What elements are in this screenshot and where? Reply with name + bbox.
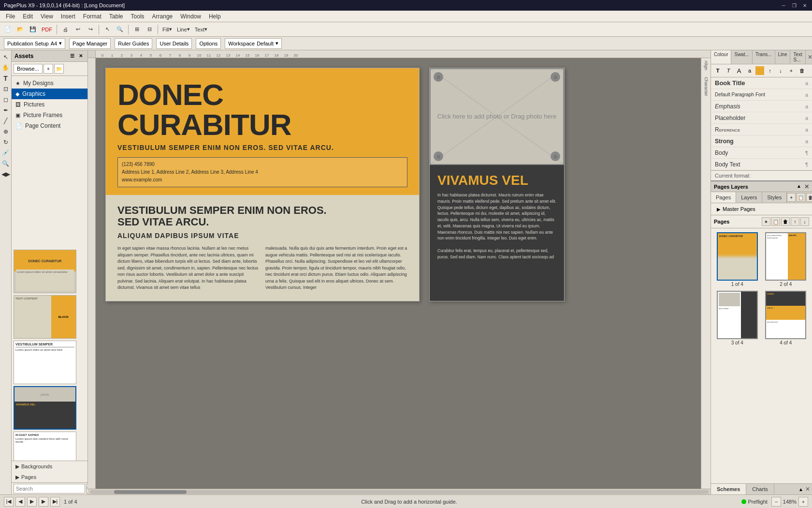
nav-picture-frames[interactable]: ▣ Picture Frames <box>12 110 87 120</box>
text-btn[interactable]: Text ▾ <box>193 24 209 35</box>
tab-charts[interactable]: Charts <box>746 484 774 494</box>
pages-add-btn[interactable]: + <box>762 217 770 226</box>
page-canvas[interactable]: DONEC CURABITUR VESTIBULUM SEMPER ENIM N… <box>96 58 710 494</box>
ts-book-title[interactable]: Book Title a <box>711 77 812 89</box>
ts-btn-new[interactable]: + <box>786 66 796 75</box>
last-page-btn[interactable]: ▶| <box>50 497 60 507</box>
eyedropper-tool[interactable]: 💉 <box>1 148 11 158</box>
menu-arrange[interactable]: Arrange <box>148 12 177 21</box>
ruler-guides-btn[interactable]: Ruler Guides <box>115 38 152 49</box>
pl-tab-pages[interactable]: Pages <box>711 192 736 203</box>
pointer-btn[interactable]: ↖ <box>102 24 113 35</box>
thumb-2[interactable]: TEXT CONTENT BLOCK <box>14 295 76 339</box>
pan-tool[interactable]: ✋ <box>1 63 11 73</box>
pages-copy-btn[interactable]: 📋 <box>771 217 780 226</box>
thumb-1[interactable]: DONEC CURABITUR Lorem ipsum dolor sit am… <box>14 250 76 293</box>
nav-graphics[interactable]: ◆ Graphics <box>12 89 87 99</box>
pl-btn-1[interactable]: + <box>787 193 796 202</box>
ts-btn-up[interactable]: ↑ <box>765 66 775 75</box>
ts-btn-T1[interactable]: T <box>713 66 723 75</box>
menu-help[interactable]: Help <box>205 12 225 21</box>
crop-tool[interactable]: ⊕ <box>1 127 11 136</box>
new-btn[interactable]: 📄 <box>2 24 14 35</box>
pl-btn-3[interactable]: 🗑 <box>806 193 812 202</box>
backgrounds-section[interactable]: ▶ Backgrounds <box>12 461 87 472</box>
pl-tab-styles[interactable]: Styles <box>762 192 787 203</box>
master-pages-item[interactable]: ▶ Master Pages <box>713 205 810 213</box>
assets-menu-btn[interactable]: ☰ <box>68 52 76 60</box>
pages-close-btn[interactable]: ✕ <box>804 183 809 190</box>
fill-btn[interactable]: Fill ▾ <box>160 24 174 35</box>
line-btn[interactable]: Line ▾ <box>175 24 192 35</box>
ts-strong[interactable]: Strong a <box>711 135 812 147</box>
menu-format[interactable]: Format <box>79 12 105 21</box>
frame-tool[interactable]: ⊡ <box>1 84 11 94</box>
tab-textstyles[interactable]: Text S... <box>790 50 805 64</box>
minimize-button[interactable]: ─ <box>780 2 787 9</box>
ts-default-para[interactable]: Default Paragraph Font a <box>711 89 812 101</box>
line-draw-tool[interactable]: ╱ <box>1 116 11 126</box>
zoom-out-btn[interactable]: − <box>771 497 781 507</box>
assets-close-btn[interactable]: ✕ <box>77 52 85 60</box>
page-1[interactable]: DONEC CURABITUR VESTIBULUM SEMPER ENIM N… <box>105 68 420 301</box>
canvas-area[interactable]: 0 1 2 3 4 5 6 7 8 9 10 11 12 13 14 15 16… <box>88 50 710 494</box>
page-thumb-1[interactable]: DONEC CURABITUR 1 of 4 <box>715 232 760 287</box>
shape-tool[interactable]: ◻ <box>1 95 11 105</box>
menu-insert[interactable]: Insert <box>57 12 79 21</box>
nav-page-content[interactable]: 📄 Page Content <box>12 120 87 131</box>
pl-tab-layers[interactable]: Layers <box>736 192 762 203</box>
nav-arrows[interactable]: ◀▶ <box>1 169 11 179</box>
undo-btn[interactable]: ↩ <box>72 24 84 35</box>
pages-up-btn[interactable]: ↑ <box>791 217 799 226</box>
snap-btn[interactable]: ⊞ <box>131 24 143 35</box>
thumb-3[interactable]: VESTIBULUM SEMPER Lorem ipsum dolor sit … <box>14 341 76 384</box>
next-page-btn[interactable]: ▶ <box>39 497 48 507</box>
tab-colour[interactable]: Colour <box>711 50 731 64</box>
ts-emphasis[interactable]: Emphasis a <box>711 101 812 112</box>
pages-dn-btn[interactable]: ↓ <box>800 217 809 226</box>
assets-add-btn[interactable]: + <box>44 64 53 74</box>
menu-tools[interactable]: Tools <box>127 12 148 21</box>
tab-transparency[interactable]: Trans... <box>753 50 775 64</box>
top-panel-close[interactable]: ✕ <box>808 54 812 60</box>
close-button[interactable]: ✕ <box>801 2 808 9</box>
page-thumb-2[interactable]: text content here lorem ipsum MAURIS 2 o… <box>764 232 809 287</box>
zoom-tool[interactable]: 🔍 <box>1 159 11 168</box>
redo-btn[interactable]: ↪ <box>85 24 96 35</box>
photo-frame[interactable]: ⊙ ⊙ ⊙ ⊙ Click here to add photo or Drag … <box>430 68 564 165</box>
search-input[interactable] <box>14 484 85 493</box>
tab-line[interactable]: Line <box>775 50 791 64</box>
pages-expand-btn[interactable]: ▲ <box>797 183 801 190</box>
browse-btn[interactable]: Browse... <box>14 64 43 74</box>
publication-setup-btn[interactable]: Publication Setup A4 ▾ <box>4 38 65 49</box>
rotate-tool[interactable]: ↻ <box>1 137 11 147</box>
grid-btn[interactable]: ⊟ <box>144 24 155 35</box>
options-btn[interactable]: Options <box>196 38 221 49</box>
thumb-5[interactable]: IN EGET SAPIEN Lorem ipsum text content … <box>14 432 76 461</box>
schemes-close[interactable]: ✕ <box>805 486 810 493</box>
save-btn[interactable]: 💾 <box>27 24 39 35</box>
prev-page-btn[interactable]: ◀ <box>15 497 25 507</box>
page-thumb-3[interactable]: text content 3 of 4 <box>715 291 760 345</box>
zoom-btn[interactable]: 🔍 <box>114 24 126 35</box>
workspace-btn[interactable]: Workspace Default ▾ <box>225 38 282 49</box>
nav-pictures[interactable]: 🖼 Pictures <box>12 99 87 110</box>
ts-body-text[interactable]: Body Text ¶ <box>711 159 812 170</box>
zoom-in-btn[interactable]: + <box>798 497 808 507</box>
scroll-thumb[interactable] <box>114 490 187 494</box>
pages-del-btn[interactable]: 🗑 <box>781 217 790 226</box>
tab-schemes[interactable]: Schemes <box>711 484 746 494</box>
menu-window[interactable]: Window <box>176 12 205 21</box>
select-tool[interactable]: ↖ <box>1 52 11 62</box>
ts-btn-a-lower[interactable]: a <box>745 66 754 75</box>
menu-view[interactable]: View <box>37 12 57 21</box>
page-thumb-4[interactable]: DONEC MAUR... text text text 4 of 4 <box>764 291 809 345</box>
ts-btn-color[interactable] <box>755 66 764 75</box>
pdf-btn[interactable]: PDF <box>40 24 54 35</box>
pen-tool[interactable]: ✒ <box>1 105 11 115</box>
ts-btn-T2[interactable]: T <box>724 66 733 75</box>
ts-btn-delete[interactable]: 🗑 <box>797 66 807 75</box>
ts-reference[interactable]: Reference a <box>711 124 812 135</box>
pages-section[interactable]: ▶ Pages <box>12 472 87 482</box>
menu-file[interactable]: File <box>2 12 19 21</box>
